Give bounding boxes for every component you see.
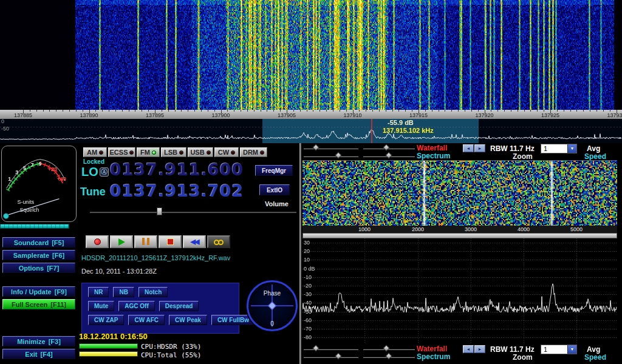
ruler-label: 137885	[14, 112, 32, 118]
ruler-label: 137920	[475, 112, 493, 118]
mode-led	[129, 150, 134, 155]
playback-controls: ◀◀	[86, 235, 230, 248]
audio-freq-tick: 5000	[570, 226, 583, 232]
cursor-frequency-readout: 137.915.102 kHz	[383, 127, 434, 134]
dsp-cw-peak-button[interactable]: CW Peak	[169, 315, 207, 325]
menu-soundcard-button[interactable]: Soundcard[F5]	[2, 237, 75, 248]
dsp-nb-button[interactable]: NB	[113, 287, 134, 297]
pause-icon	[141, 237, 151, 248]
next-arrow-button[interactable]: ►	[474, 144, 485, 152]
record-button[interactable]	[86, 235, 109, 248]
volume-slider-handle[interactable]	[157, 207, 162, 215]
mode-am-button[interactable]: AM	[83, 147, 107, 157]
prev-arrow-button[interactable]: ◄	[463, 144, 474, 152]
waterfall-contrast-slider-handle[interactable]	[383, 345, 390, 351]
dsp-mute-button[interactable]: Mute	[88, 301, 114, 311]
prev-arrow-button[interactable]: ◄	[463, 345, 474, 353]
waterfall-brightness-slider-track[interactable]	[304, 147, 358, 149]
stop-button[interactable]	[159, 235, 182, 248]
play-button[interactable]	[110, 235, 133, 248]
s-meter[interactable]: 13579+20+40 S-units Squelch	[1, 146, 77, 222]
waterfall-contrast-slider-handle[interactable]	[383, 144, 390, 150]
db-scale-label: -80	[304, 334, 312, 340]
avg-dropdown[interactable]: 1▼	[541, 144, 577, 153]
rewind-icon: ◀◀	[191, 238, 199, 246]
dropdown-arrow-icon[interactable]: ▼	[567, 144, 576, 153]
mode-lsb-button[interactable]: LSB	[161, 147, 186, 157]
freqmgr-button[interactable]: FreqMgr	[255, 165, 293, 176]
spectrum-range-slider-handle[interactable]	[335, 152, 342, 158]
mode-fm-button[interactable]: FM	[137, 147, 160, 157]
waterfall-mode-label[interactable]: Waterfall	[417, 345, 447, 353]
spectrum-mode-label[interactable]: Spectrum	[417, 352, 450, 361]
spectrum-range-slider-handle[interactable]	[335, 352, 342, 359]
tune-frequency-display[interactable]: 0137.913.702	[110, 181, 244, 200]
mode-usb-button[interactable]: USB	[188, 147, 213, 157]
svg-text:3: 3	[15, 169, 18, 175]
frequency-ruler[interactable]: 1378851378901378951379001379051379101379…	[0, 110, 622, 119]
spectrum-offset-slider-handle[interactable]	[385, 152, 392, 158]
phase-label: Phase	[248, 290, 296, 297]
dropdown-arrow-icon[interactable]: ▼	[567, 345, 576, 354]
pause-button[interactable]	[134, 235, 157, 248]
volume-slider-track[interactable]	[90, 211, 296, 213]
ruler-label: 137925	[541, 112, 559, 118]
loop-button[interactable]	[207, 235, 230, 248]
volume-label: Volume	[265, 200, 289, 207]
audio-waterfall-display[interactable]	[302, 160, 617, 226]
display-controls-bottom: Waterfall ◄ ► RBW 11.7 Hz 1▼ Avg Spectru…	[302, 345, 622, 362]
waterfall-brightness-slider-handle[interactable]	[313, 144, 320, 150]
spectrum-range-slider-track[interactable]	[304, 155, 358, 157]
menu-exit-button[interactable]: Exit[F4]	[2, 349, 75, 359]
avg-label: Avg	[587, 345, 600, 354]
rf-waterfall-display[interactable]	[0, 0, 622, 110]
audio-freq-tick: 4000	[518, 226, 530, 232]
lo-lock-button[interactable]: Ⓐ	[100, 167, 109, 177]
extio-button[interactable]: ExtIO	[259, 184, 290, 195]
menu-minimize-button[interactable]: Minimize[F3]	[2, 336, 75, 346]
waterfall-mode-label[interactable]: Waterfall	[417, 144, 447, 152]
spectrum-offset-slider-handle[interactable]	[385, 352, 392, 359]
menu-options-button[interactable]: Options[F7]	[2, 263, 75, 273]
db-scale-label: 0 dB	[304, 266, 315, 272]
menu-samplerate-button[interactable]: Samplerate[F6]	[2, 250, 75, 260]
svg-text:+40: +40	[57, 176, 66, 182]
rf-spectrum-overview[interactable]: 0 -50 -55.9 dB 137.915.102 kHz	[0, 119, 622, 143]
dsp-cw-afc-button[interactable]: CW AFC	[128, 315, 165, 325]
rewind-button[interactable]: ◀◀	[183, 235, 206, 248]
lo-frequency-display[interactable]: 0137.911.600	[110, 160, 244, 179]
cpu-status: CPU:HDSDR (33%) CPU:Total (55%)	[78, 341, 241, 362]
mode-cw-button[interactable]: CW	[214, 147, 239, 157]
waterfall-brightness-slider-handle[interactable]	[313, 345, 320, 351]
dsp-nr-button[interactable]: NR	[88, 287, 109, 297]
cpu-total-bar	[79, 351, 138, 357]
dsp-despread-button[interactable]: Despread	[159, 301, 199, 311]
audio-spectrum-display[interactable]: 3020100 dB-10-20-30-40-50-60-70-80	[302, 238, 617, 343]
dsp-cw-zap-button[interactable]: CW ZAP	[88, 315, 124, 325]
mode-ecss-button[interactable]: ECSS	[108, 147, 135, 157]
rf-spectrum-trace[interactable]	[0, 119, 622, 143]
avg-dropdown[interactable]: 1▼	[541, 345, 577, 354]
spectrum-range-slider-track[interactable]	[304, 356, 358, 358]
menu-full-screen-button[interactable]: Full Screen[F11]	[2, 299, 75, 309]
zoom-label: Zoom	[513, 152, 533, 161]
next-arrow-button[interactable]: ►	[474, 345, 485, 353]
locked-label: Locked	[83, 158, 104, 165]
audio-display-scrollbar[interactable]	[302, 233, 617, 238]
db-scale-label: -20	[304, 283, 312, 289]
squelch-knob[interactable]	[3, 214, 9, 219]
dsp-notch-button[interactable]: Notch	[138, 287, 168, 297]
waterfall-brightness-slider-track[interactable]	[304, 348, 358, 350]
ruler-label: 137890	[80, 112, 98, 118]
mode-led	[179, 150, 183, 155]
db-scale-label: -60	[304, 317, 312, 323]
ruler-label: 137910	[343, 112, 361, 118]
cpu-hdsdr-text: CPU:HDSDR (33%)	[141, 343, 201, 351]
audio-spectrum-trace[interactable]	[302, 238, 617, 343]
mode-led	[260, 150, 264, 155]
menu-info-update-button[interactable]: Info / Update[F9]	[2, 286, 75, 297]
spectrum-mode-label[interactable]: Spectrum	[417, 152, 450, 160]
dsp-agc-off-button[interactable]: AGC Off	[118, 301, 154, 311]
squelch-level-bar[interactable]	[0, 224, 69, 229]
mode-drm-button[interactable]: DRM	[240, 147, 267, 157]
